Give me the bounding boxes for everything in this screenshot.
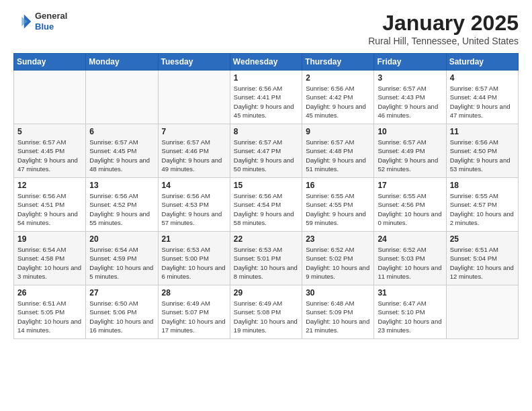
day-number: 24	[378, 234, 442, 244]
day-info: Sunrise: 6:57 AM Sunset: 4:45 PM Dayligh…	[89, 138, 154, 173]
day-number: 9	[306, 127, 370, 136]
day-number: 15	[234, 181, 298, 190]
calendar-cell	[14, 71, 86, 124]
day-number: 10	[378, 127, 442, 136]
day-info: Sunrise: 6:51 AM Sunset: 5:05 PM Dayligh…	[17, 299, 82, 334]
calendar-cell: 20Sunrise: 6:54 AM Sunset: 4:59 PM Dayli…	[86, 232, 158, 285]
day-info: Sunrise: 6:51 AM Sunset: 5:04 PM Dayligh…	[450, 245, 515, 281]
day-number: 12	[17, 181, 82, 190]
calendar-cell: 5Sunrise: 6:57 AM Sunset: 4:45 PM Daylig…	[14, 124, 86, 178]
calendar-cell: 25Sunrise: 6:51 AM Sunset: 5:04 PM Dayli…	[446, 232, 518, 285]
week-row-2: 5Sunrise: 6:57 AM Sunset: 4:45 PM Daylig…	[14, 124, 519, 178]
header: General Blue January 2025 Rural Hill, Te…	[13, 11, 519, 46]
day-number: 7	[162, 127, 226, 136]
day-info: Sunrise: 6:57 AM Sunset: 4:47 PM Dayligh…	[234, 138, 298, 173]
calendar-cell: 1Sunrise: 6:56 AM Sunset: 4:41 PM Daylig…	[230, 71, 302, 124]
day-info: Sunrise: 6:48 AM Sunset: 5:09 PM Dayligh…	[306, 299, 370, 334]
day-number: 26	[17, 288, 82, 298]
calendar-cell: 18Sunrise: 6:55 AM Sunset: 4:57 PM Dayli…	[446, 178, 518, 232]
week-row-1: 1Sunrise: 6:56 AM Sunset: 4:41 PM Daylig…	[14, 71, 519, 124]
day-info: Sunrise: 6:57 AM Sunset: 4:48 PM Dayligh…	[306, 138, 370, 173]
calendar-cell: 12Sunrise: 6:56 AM Sunset: 4:51 PM Dayli…	[14, 178, 86, 232]
calendar-cell: 11Sunrise: 6:56 AM Sunset: 4:50 PM Dayli…	[446, 124, 518, 178]
logo-blue-text: Blue	[35, 21, 67, 32]
calendar-cell: 7Sunrise: 6:57 AM Sunset: 4:46 PM Daylig…	[158, 124, 230, 178]
day-info: Sunrise: 6:56 AM Sunset: 4:54 PM Dayligh…	[234, 191, 298, 227]
day-number: 23	[306, 234, 370, 244]
calendar-table: SundayMondayTuesdayWednesdayThursdayFrid…	[13, 53, 519, 339]
weekday-header-thursday: Thursday	[302, 54, 374, 71]
day-number: 28	[162, 288, 226, 298]
calendar-cell	[86, 71, 158, 124]
day-info: Sunrise: 6:56 AM Sunset: 4:51 PM Dayligh…	[17, 191, 82, 227]
day-info: Sunrise: 6:52 AM Sunset: 5:03 PM Dayligh…	[378, 245, 442, 281]
week-row-4: 19Sunrise: 6:54 AM Sunset: 4:58 PM Dayli…	[14, 232, 519, 285]
day-info: Sunrise: 6:53 AM Sunset: 5:00 PM Dayligh…	[162, 245, 226, 281]
day-info: Sunrise: 6:57 AM Sunset: 4:46 PM Dayligh…	[162, 138, 226, 173]
day-info: Sunrise: 6:56 AM Sunset: 4:52 PM Dayligh…	[89, 191, 154, 227]
day-number: 1	[234, 73, 298, 83]
day-number: 13	[89, 181, 154, 190]
calendar-cell: 14Sunrise: 6:56 AM Sunset: 4:53 PM Dayli…	[158, 178, 230, 232]
day-number: 27	[89, 288, 154, 298]
calendar-cell: 8Sunrise: 6:57 AM Sunset: 4:47 PM Daylig…	[230, 124, 302, 178]
day-info: Sunrise: 6:47 AM Sunset: 5:10 PM Dayligh…	[378, 299, 442, 334]
calendar-cell	[158, 71, 230, 124]
logo-icon	[13, 12, 32, 31]
calendar-cell: 22Sunrise: 6:53 AM Sunset: 5:01 PM Dayli…	[230, 232, 302, 285]
logo-general-text: General	[35, 11, 67, 21]
calendar-cell: 26Sunrise: 6:51 AM Sunset: 5:05 PM Dayli…	[14, 285, 86, 339]
location: Rural Hill, Tennessee, United States	[368, 36, 519, 46]
calendar-cell: 23Sunrise: 6:52 AM Sunset: 5:02 PM Dayli…	[302, 232, 374, 285]
weekday-header-row: SundayMondayTuesdayWednesdayThursdayFrid…	[14, 54, 519, 71]
weekday-header-saturday: Saturday	[446, 54, 518, 71]
day-info: Sunrise: 6:49 AM Sunset: 5:07 PM Dayligh…	[162, 299, 226, 334]
day-info: Sunrise: 6:57 AM Sunset: 4:44 PM Dayligh…	[450, 84, 515, 120]
calendar-cell: 19Sunrise: 6:54 AM Sunset: 4:58 PM Dayli…	[14, 232, 86, 285]
day-info: Sunrise: 6:57 AM Sunset: 4:43 PM Dayligh…	[378, 84, 442, 120]
month-title: January 2025	[368, 11, 519, 36]
day-info: Sunrise: 6:57 AM Sunset: 4:45 PM Dayligh…	[17, 138, 82, 173]
day-number: 4	[450, 73, 515, 83]
day-info: Sunrise: 6:55 AM Sunset: 4:56 PM Dayligh…	[378, 191, 442, 227]
day-info: Sunrise: 6:56 AM Sunset: 4:50 PM Dayligh…	[450, 138, 515, 173]
day-number: 11	[450, 127, 515, 136]
day-info: Sunrise: 6:54 AM Sunset: 4:58 PM Dayligh…	[17, 245, 82, 281]
title-block: January 2025 Rural Hill, Tennessee, Unit…	[368, 11, 519, 46]
week-row-5: 26Sunrise: 6:51 AM Sunset: 5:05 PM Dayli…	[14, 285, 519, 339]
week-row-3: 12Sunrise: 6:56 AM Sunset: 4:51 PM Dayli…	[14, 178, 519, 232]
calendar-cell: 24Sunrise: 6:52 AM Sunset: 5:03 PM Dayli…	[374, 232, 446, 285]
calendar-cell	[446, 285, 518, 339]
calendar-cell: 10Sunrise: 6:57 AM Sunset: 4:49 PM Dayli…	[374, 124, 446, 178]
day-number: 22	[234, 234, 298, 244]
logo-text: General Blue	[35, 11, 67, 32]
calendar-cell: 4Sunrise: 6:57 AM Sunset: 4:44 PM Daylig…	[446, 71, 518, 124]
day-info: Sunrise: 6:56 AM Sunset: 4:53 PM Dayligh…	[162, 191, 226, 227]
weekday-header-friday: Friday	[374, 54, 446, 71]
day-info: Sunrise: 6:56 AM Sunset: 4:42 PM Dayligh…	[306, 84, 370, 120]
day-number: 17	[378, 181, 442, 190]
day-number: 5	[17, 127, 82, 136]
calendar-cell: 3Sunrise: 6:57 AM Sunset: 4:43 PM Daylig…	[374, 71, 446, 124]
day-number: 30	[306, 288, 370, 298]
calendar-cell: 2Sunrise: 6:56 AM Sunset: 4:42 PM Daylig…	[302, 71, 374, 124]
day-number: 14	[162, 181, 226, 190]
day-number: 19	[17, 234, 82, 244]
page-container: General Blue January 2025 Rural Hill, Te…	[0, 0, 532, 346]
day-number: 2	[306, 73, 370, 83]
day-number: 29	[234, 288, 298, 298]
day-number: 21	[162, 234, 226, 244]
day-number: 6	[89, 127, 154, 136]
weekday-header-sunday: Sunday	[14, 54, 86, 71]
calendar-cell: 27Sunrise: 6:50 AM Sunset: 5:06 PM Dayli…	[86, 285, 158, 339]
calendar-cell: 21Sunrise: 6:53 AM Sunset: 5:00 PM Dayli…	[158, 232, 230, 285]
calendar-cell: 29Sunrise: 6:49 AM Sunset: 5:08 PM Dayli…	[230, 285, 302, 339]
day-info: Sunrise: 6:50 AM Sunset: 5:06 PM Dayligh…	[89, 299, 154, 334]
calendar-cell: 6Sunrise: 6:57 AM Sunset: 4:45 PM Daylig…	[86, 124, 158, 178]
day-info: Sunrise: 6:57 AM Sunset: 4:49 PM Dayligh…	[378, 138, 442, 173]
calendar-cell: 15Sunrise: 6:56 AM Sunset: 4:54 PM Dayli…	[230, 178, 302, 232]
calendar-cell: 28Sunrise: 6:49 AM Sunset: 5:07 PM Dayli…	[158, 285, 230, 339]
day-number: 18	[450, 181, 515, 190]
weekday-header-wednesday: Wednesday	[230, 54, 302, 71]
day-info: Sunrise: 6:55 AM Sunset: 4:55 PM Dayligh…	[306, 191, 370, 227]
